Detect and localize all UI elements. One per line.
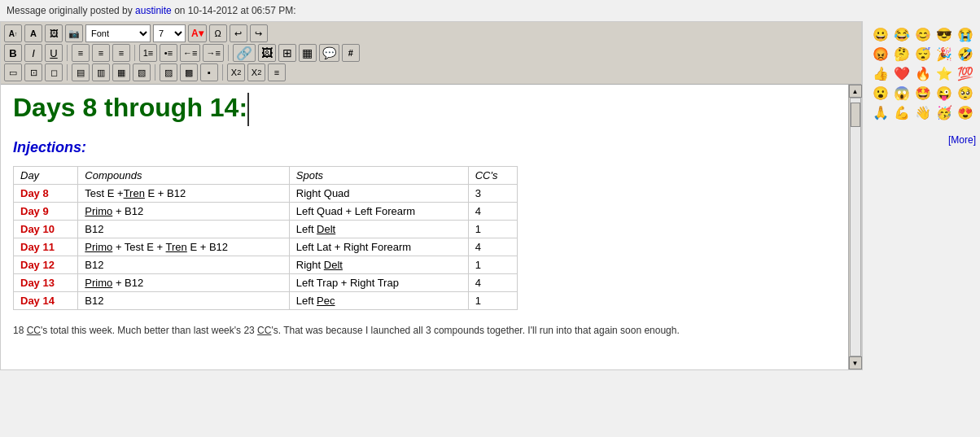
cell-ccs: 4 [468,203,517,221]
tb3-btn3[interactable]: ◻ [45,63,63,81]
link-btn[interactable]: 🔗 [233,44,256,62]
emoji-item[interactable]: 😍 [956,103,974,121]
tb3-btn1[interactable]: ▭ [4,63,22,81]
table-row: Day 8Test E +Tren E + B12Right Quad3 [14,185,518,203]
quote-btn[interactable]: 💬 [319,44,339,62]
cell-day: Day 12 [14,256,78,274]
tb3-btn11[interactable]: ≡ [268,63,286,81]
emoji-item[interactable]: 😴 [914,45,932,63]
tb3-btn4[interactable]: ▤ [72,63,90,81]
cell-ccs: 1 [468,221,517,238]
font-select[interactable]: Font [85,24,151,42]
sep4 [67,64,68,81]
scroll-up-btn[interactable]: ▲ [849,85,862,98]
cell-ccs: 3 [468,185,517,203]
emoji-item[interactable]: 🥳 [935,103,953,121]
emoji-item[interactable]: 😱 [893,84,911,102]
author-link[interactable]: austinite [135,5,172,16]
emoji-item[interactable]: 😭 [956,25,974,43]
emoji-item[interactable]: ❤️ [893,64,911,82]
emoji-item[interactable]: 😂 [893,25,911,43]
tb3-btn8[interactable]: ▨ [160,63,177,81]
emoji-item[interactable]: 😡 [872,45,890,63]
italic-btn[interactable]: I [24,44,42,62]
cell-day: Day 8 [14,185,78,203]
table-row: Day 12B12Right Delt1 [14,256,518,274]
table-row: Day 13Primo + B12Left Trap + Right Trap4 [14,274,518,292]
injections-label: Injections: [13,139,836,156]
undo-btn[interactable]: ↩ [230,24,247,42]
normal-a-btn[interactable]: A [24,24,42,42]
superscript-btn[interactable]: X2 [247,63,265,81]
tb3-btn9[interactable]: ▩ [180,63,198,81]
indent-btn[interactable]: →≡ [203,44,223,62]
emoji-item[interactable]: 😀 [872,25,890,43]
cell-ccs: 1 [468,292,517,310]
outdent-btn[interactable]: ←≡ [180,44,200,62]
image-insert-btn[interactable]: 🖼 [258,44,276,62]
emoji-item[interactable]: 😜 [935,84,953,102]
emoji-item[interactable]: ⭐ [935,64,953,82]
sep5 [155,64,155,81]
page-heading: Days 8 through 14: [13,93,249,126]
emoji-item[interactable]: 💪 [893,103,911,121]
emoji-item[interactable]: 👍 [872,64,890,82]
tb3-btn5[interactable]: ▥ [92,63,110,81]
subscript-btn[interactable]: X2 [227,63,245,81]
cell-ccs: 4 [468,274,517,292]
emoji-item[interactable]: 🔥 [914,64,932,82]
scrollbar[interactable]: ▲ ▼ [848,85,861,369]
cell-compounds: B12 [78,292,289,310]
cell-spots: Left Delt [289,221,468,238]
emoji-item[interactable]: 🙏 [872,103,890,121]
hash-btn[interactable]: # [342,44,360,62]
more-link[interactable]: [More] [948,134,976,146]
emoji-item[interactable]: 😎 [935,25,953,43]
align-left-btn[interactable]: ≡ [72,44,90,62]
emoji-item[interactable]: 😊 [914,25,932,43]
emoji-item[interactable]: 🤣 [956,45,974,63]
cell-compounds: Primo + B12 [78,203,289,221]
bold-btn[interactable]: B [4,44,22,62]
unordered-list-btn[interactable]: •≡ [160,44,177,62]
underline-btn[interactable]: U [45,44,63,62]
image-btn-1[interactable]: 🖼 [45,24,63,42]
ordered-list-btn[interactable]: 1≡ [139,44,157,62]
border-btn[interactable]: ▦ [299,44,317,62]
editor-content[interactable]: Days 8 through 14: Injections: Day Compo… [1,85,848,369]
toolbar-row-1: A↑ A 🖼 📷 Font 7 A▾ Ω ↩ ↪ [4,24,858,42]
tb3-btn7[interactable]: ▧ [133,63,151,81]
align-right-btn[interactable]: ≡ [112,44,130,62]
cell-day: Day 11 [14,238,78,256]
tb3-btn10[interactable]: ▪ [200,63,218,81]
redo-btn[interactable]: ↪ [250,24,268,42]
emoji-item[interactable]: 👋 [914,103,932,121]
scroll-down-btn[interactable]: ▼ [849,356,862,369]
sep1 [67,45,68,61]
symbol-btn[interactable]: Ω [209,24,227,42]
align-center-btn[interactable]: ≡ [92,44,110,62]
cell-ccs: 4 [468,238,517,256]
cell-spots: Left Quad + Left Forearm [289,203,468,221]
cell-compounds: Test E +Tren E + B12 [78,185,289,203]
font-color-btn[interactable]: A▾ [188,24,207,42]
emoji-item[interactable]: 🥺 [956,84,974,102]
scroll-thumb[interactable] [851,103,860,127]
superscript-a-btn[interactable]: A↑ [4,24,22,42]
emoji-panel: 😀😂😊😎😭😡🤔😴🎉🤣👍❤️🔥⭐💯😮😱🤩😜🥺🙏💪👋🥳😍 [More] [862,21,980,370]
emoji-item[interactable]: 🎉 [935,45,953,63]
emoji-item[interactable]: 💯 [956,64,974,82]
table-btn[interactable]: ⊞ [278,44,296,62]
message-date: on 10-14-2012 at 06:57 PM: [174,5,295,16]
emoji-item[interactable]: 🤩 [914,84,932,102]
col-day: Day [14,167,78,185]
size-select[interactable]: 7 [153,24,186,42]
footer-note: 18 CC's total this week. Much better tha… [13,323,836,338]
tb3-btn6[interactable]: ▦ [112,63,130,81]
table-header-row: Day Compounds Spots CC's [14,167,518,185]
emoji-item[interactable]: 🤔 [893,45,911,63]
emoji-item[interactable]: 😮 [872,84,890,102]
image-btn-2[interactable]: 📷 [65,24,83,42]
col-spots: Spots [289,167,468,185]
tb3-btn2[interactable]: ⊡ [24,63,42,81]
